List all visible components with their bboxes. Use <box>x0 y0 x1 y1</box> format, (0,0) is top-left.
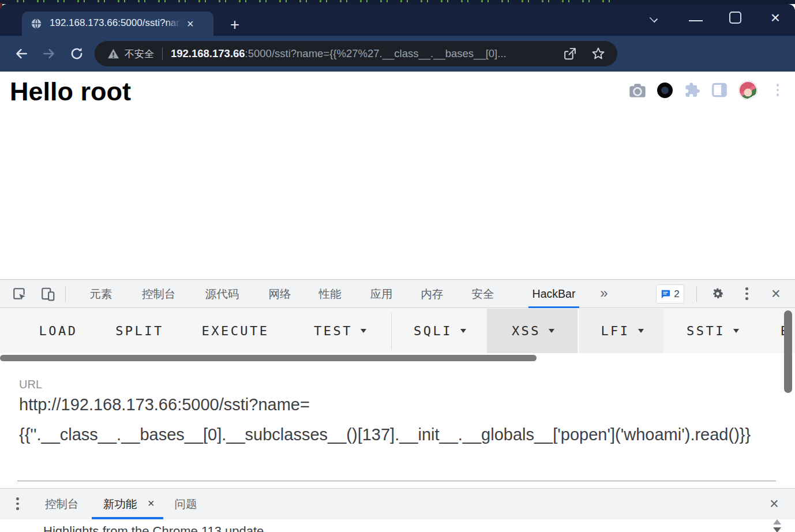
new-tab-button[interactable]: + <box>226 17 243 34</box>
hackbar-separator <box>391 312 392 350</box>
url-path: :5000/ssti?name={{%27%27.__class__.__bas… <box>245 47 507 59</box>
scroll-up-arrow-icon[interactable] <box>773 519 781 524</box>
devtools-tab-security[interactable]: 安全 <box>472 280 494 308</box>
share-icon[interactable] <box>562 47 577 61</box>
vertical-scrollbar-thumb[interactable] <box>784 310 792 393</box>
not-secure-label: 不安全 <box>125 47 154 61</box>
hackbar-execute-button[interactable]: EXECUTE <box>193 309 278 353</box>
hackbar-ssti-menu[interactable]: SSTI <box>672 309 752 353</box>
settings-gear-icon[interactable] <box>710 286 725 301</box>
inspect-element-icon[interactable] <box>12 287 27 302</box>
devtools-tab-bar: 元素 控制台 源代码 网络 性能 应用 内存 安全 HackBar » 2 × <box>0 280 795 308</box>
toolbar-separator <box>696 286 697 302</box>
url-text: 192.168.173.66:5000/ssti?name={{%27%27._… <box>171 47 557 60</box>
hackbar-sqli-menu[interactable]: SQLI <box>402 309 477 353</box>
hackbar-toolbar: LOAD SPLIT EXECUTE TEST SQLI XSS LFI SST… <box>0 309 795 353</box>
tab-search-chevron-icon[interactable] <box>650 14 658 22</box>
browser-tab-bar: 192.168.173.66:5000/ssti?name × + × <box>0 4 795 36</box>
devtools-tab-console[interactable]: 控制台 <box>142 280 176 308</box>
drawer-tab-whats-new[interactable]: 新功能 <box>103 489 137 519</box>
devtools-tab-performance[interactable]: 性能 <box>319 280 342 308</box>
drawer-menu-kebab-icon[interactable] <box>16 497 19 510</box>
active-tab-underline <box>528 306 579 308</box>
forward-button-icon[interactable] <box>42 46 57 61</box>
hackbar-load-button[interactable]: LOAD <box>32 309 84 353</box>
scroll-down-arrow-icon[interactable] <box>773 527 781 532</box>
extension-ring-icon[interactable] <box>655 80 674 100</box>
tab-title-fade <box>166 17 183 30</box>
hackbar-lfi-menu[interactable]: LFI <box>579 309 663 353</box>
window-close-button[interactable]: × <box>767 9 783 27</box>
hackbar-url-label: URL <box>19 378 42 391</box>
devtools-tab-memory[interactable]: 内存 <box>421 280 444 308</box>
hackbar-url-input-line1[interactable]: http://192.168.173.66:5000/ssti?name= <box>19 395 310 414</box>
whats-new-heading: Highlights from the Chrome 113 update <box>43 524 264 532</box>
tab-title: 192.168.173.66:5000/ssti?name <box>50 17 183 28</box>
devtools-tab-sources[interactable]: 源代码 <box>205 280 239 308</box>
tab-close-icon[interactable]: × <box>187 18 194 29</box>
extensions-puzzle-icon[interactable] <box>682 80 702 100</box>
tab-title-wrap: 192.168.173.66:5000/ssti?name <box>50 17 183 30</box>
back-button-icon[interactable] <box>14 46 29 61</box>
message-count: 2 <box>674 289 679 300</box>
side-panel-icon[interactable] <box>710 80 729 100</box>
drawer-active-tab-underline <box>92 517 163 519</box>
artifact-green-dashes <box>10 0 610 2</box>
hackbar-xss-menu[interactable]: XSS <box>487 309 578 353</box>
window-minimize-button[interactable] <box>689 20 703 21</box>
hackbar-url-input-line2[interactable]: {{''.__class__.__bases__[0].__subclasses… <box>19 425 751 444</box>
devtools-drawer: 控制台 新功能 × 问题 × <box>0 488 795 519</box>
message-bubble-icon <box>661 289 671 299</box>
browser-tab[interactable]: 192.168.173.66:5000/ssti?name × <box>22 12 213 36</box>
omnibox-divider <box>162 47 163 60</box>
reload-button-icon[interactable] <box>69 46 84 61</box>
devtools-menu-kebab-icon[interactable] <box>745 287 748 300</box>
url-host: 192.168.173.66 <box>171 47 245 59</box>
drawer-tab-console[interactable]: 控制台 <box>45 489 79 519</box>
browser-menu-kebab-icon[interactable] <box>768 80 787 100</box>
devtools-tab-elements[interactable]: 元素 <box>90 280 112 308</box>
dropdown-caret-icon <box>638 329 644 333</box>
screenshot-camera-icon[interactable] <box>628 80 647 100</box>
browser-toolbar: 不安全 192.168.173.66:5000/ssti?name={{%27%… <box>0 36 795 72</box>
profile-avatar[interactable] <box>738 80 757 100</box>
device-toolbar-icon[interactable] <box>40 287 55 302</box>
hackbar-test-menu[interactable]: TEST <box>297 309 382 353</box>
devtools-tab-network[interactable]: 网络 <box>269 280 291 308</box>
window-maximize-button[interactable] <box>729 12 741 24</box>
toolbar-separator <box>65 286 66 302</box>
devtools-close-icon[interactable]: × <box>771 286 781 301</box>
globe-favicon-icon <box>31 18 42 29</box>
whats-new-panel: Highlights from the Chrome 113 update <box>0 520 795 532</box>
dropdown-caret-icon <box>733 329 739 333</box>
devtools-tab-hackbar[interactable]: HackBar <box>532 280 576 308</box>
horizontal-scrollbar-thumb[interactable] <box>0 355 537 361</box>
drawer-tab-close-icon[interactable]: × <box>148 489 155 519</box>
devtools-panel: 元素 控制台 源代码 网络 性能 应用 内存 安全 HackBar » 2 × … <box>0 279 795 532</box>
bookmark-star-icon[interactable] <box>591 46 606 61</box>
more-tabs-chevron-icon[interactable]: » <box>600 280 608 308</box>
not-secure-warning-icon <box>107 48 119 59</box>
dropdown-caret-icon <box>460 329 466 333</box>
dropdown-caret-icon <box>361 329 366 333</box>
drawer-scrollbar[interactable] <box>771 509 783 532</box>
drawer-tab-issues[interactable]: 问题 <box>175 489 197 519</box>
page-title: Hello root <box>10 77 131 107</box>
url-field-underline <box>17 481 776 481</box>
dropdown-caret-icon <box>549 329 554 333</box>
screen-edge-artifact <box>0 0 795 4</box>
hackbar-split-button[interactable]: SPLIT <box>110 309 170 353</box>
address-bar[interactable]: 不安全 192.168.173.66:5000/ssti?name={{%27%… <box>95 41 617 66</box>
devtools-tab-application[interactable]: 应用 <box>370 280 393 308</box>
issues-message-badge[interactable]: 2 <box>656 284 684 304</box>
